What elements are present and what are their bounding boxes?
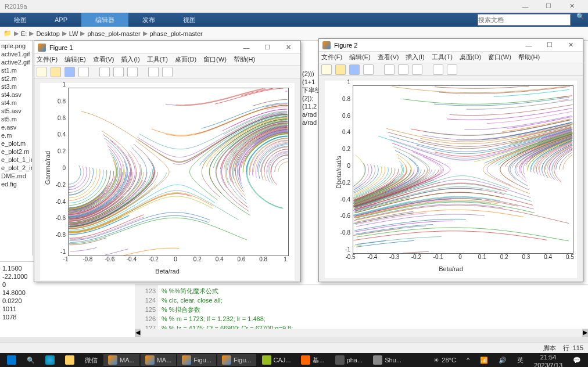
tray-sound-icon[interactable]: 🔊 [494,354,511,366]
figure1-maximize[interactable]: ☐ [259,44,276,51]
path-part[interactable]: phase_plot-master [87,30,140,37]
file-item[interactable]: e_plot_1_inte [1,156,31,164]
path-part[interactable]: E: [21,30,27,37]
close-button[interactable]: ✕ [560,2,583,10]
file-item[interactable]: ed.fig [1,180,31,188]
figure1-window[interactable]: Figure 1 — ☐ ✕ 文件(F)编辑(E)查看(V)插入(I)工具(T)… [34,41,301,282]
rotate-icon[interactable] [127,67,138,77]
figure2-menubar[interactable]: 文件(F)编辑(E)查看(V)插入(I)工具(T)桌面(D)窗口(W)帮助(H) [319,52,583,63]
path-part[interactable]: LW [69,30,78,37]
edge-icon[interactable] [41,354,59,366]
file-item[interactable]: st3.m [1,82,31,91]
file-item[interactable]: active2.gif [1,58,31,66]
rotate-icon[interactable] [412,64,422,75]
pan-icon[interactable] [113,67,124,77]
file-item[interactable]: st5.asv [1,107,31,115]
editor-hscrollbar[interactable]: ◀ ▶ [135,329,588,337]
menu-item[interactable]: 插入(I) [406,53,424,62]
figure2-maximize[interactable]: ☐ [541,41,558,49]
figure1-titlebar[interactable]: Figure 1 — ☐ ✕ [34,41,300,54]
maximize-button[interactable]: ☐ [537,2,560,10]
figure1-minimize[interactable]: — [238,44,255,51]
datatips-icon[interactable] [447,64,457,75]
menu-item[interactable]: 编辑(E) [349,53,371,62]
search-button[interactable]: 🔍 [22,354,40,366]
figure2-axes[interactable] [353,85,573,254]
save-icon[interactable] [349,64,360,75]
figure2-minimize[interactable]: — [520,42,537,49]
file-item[interactable]: active1.gif [1,50,31,58]
menu-item[interactable]: 插入(I) [121,55,139,64]
path-part[interactable]: Desktop [36,30,59,37]
taskbar-matlab1[interactable]: MA... [103,354,139,366]
file-item[interactable]: st4.m [1,99,31,107]
file-item[interactable]: st4.asv [1,91,31,99]
print-icon[interactable] [78,67,89,77]
start-button[interactable] [2,354,21,366]
figure1-axes[interactable] [68,88,289,256]
menu-item[interactable]: 查看(V) [378,53,399,62]
weather-widget[interactable]: ☀ 28°C [429,354,461,366]
open-icon[interactable] [51,67,61,77]
new-figure-icon[interactable] [37,67,47,77]
workspace-value[interactable]: 14.8000 [2,289,131,297]
menu-item[interactable]: 工具(T) [147,55,168,64]
explorer-icon[interactable] [60,354,79,366]
menu-item[interactable]: 工具(T) [432,53,453,62]
save-icon[interactable] [64,67,75,77]
doc-search-input[interactable] [478,14,571,26]
file-item[interactable]: DME.md [1,172,31,180]
figure1-plot[interactable]: Gamma/rad -1-0.8-0.6-0.4-0.200.20.40.60.… [40,83,295,280]
menu-item[interactable]: 编辑(E) [64,55,86,64]
figure2-toolbar[interactable] [319,63,583,76]
menu-item[interactable]: 文件(F) [321,53,342,62]
file-item[interactable]: e.m [1,131,31,139]
taskbar-caj[interactable]: CAJ... [257,354,296,366]
taskbar-app6[interactable]: 基... [296,354,329,366]
current-folder-panel[interactable]: nple.pngactive1.gifactive2.gifst1.mst2.m… [0,41,33,256]
file-item[interactable]: st5.m [1,115,31,123]
cursor-icon[interactable] [433,64,443,75]
tab-publish[interactable]: 发布 [128,13,169,27]
file-item[interactable]: nple.png [1,42,31,50]
tray-net-icon[interactable]: 📶 [475,354,493,366]
tray-clock[interactable]: 21:542023/7/13 [529,354,567,366]
tray-chevron[interactable]: ^ [462,354,474,366]
file-item[interactable]: e_plot2.m [1,147,31,156]
file-item[interactable]: e.asv [1,123,31,131]
file-item[interactable]: st2.m [1,74,31,82]
menu-item[interactable]: 桌面(D) [175,55,196,64]
taskbar-app7[interactable]: pha... [331,354,368,366]
datatips-icon[interactable] [162,67,173,77]
zoom-icon[interactable] [99,67,110,77]
workspace-value[interactable]: 1011 [2,305,131,313]
search-icon[interactable]: 🔍 [573,13,588,27]
wechat-icon[interactable]: 微信 [80,354,102,366]
menu-item[interactable]: 窗口(W) [203,55,227,64]
new-figure-icon[interactable] [321,64,332,75]
taskbar-matlab2[interactable]: MA... [141,354,177,366]
menu-item[interactable]: 文件(F) [37,55,58,64]
windows-taskbar[interactable]: 🔍 微信 MA... MA... Figu... Figu... CAJ... … [0,353,588,367]
figure1-close[interactable]: ✕ [279,44,297,51]
menu-item[interactable]: 桌面(D) [460,53,481,62]
file-item[interactable]: e_plot_2_inte [1,164,31,172]
figure2-titlebar[interactable]: Figure 2 — ☐ ✕ [319,39,583,52]
tray-notifications[interactable]: 💬 [568,354,586,366]
open-icon[interactable] [335,64,346,75]
file-item[interactable]: e_plot.m [1,139,31,147]
tab-editor[interactable]: 编辑器 [81,13,128,27]
cursor-icon[interactable] [148,67,159,77]
taskbar-figure1[interactable]: Figu... [177,354,216,366]
minimize-button[interactable]: — [514,3,537,10]
taskbar-app8[interactable]: Shu... [368,354,406,366]
menu-item[interactable]: 查看(V) [93,55,114,64]
path-part[interactable]: phase_plot-master [150,30,203,37]
file-item[interactable]: st1.m [1,66,31,74]
menu-item[interactable]: 窗口(W) [488,53,511,62]
tab-plot[interactable]: 绘图 [0,13,41,27]
figure2-window[interactable]: Figure 2 — ☐ ✕ 文件(F)编辑(E)查看(V)插入(I)工具(T)… [318,38,583,282]
editor-code[interactable]: % %%简化魔术公式% clc, clear, close all;% %拟合参… [160,285,294,334]
workspace-value[interactable]: 0.0220 [2,297,131,305]
pan-icon[interactable] [398,64,408,75]
